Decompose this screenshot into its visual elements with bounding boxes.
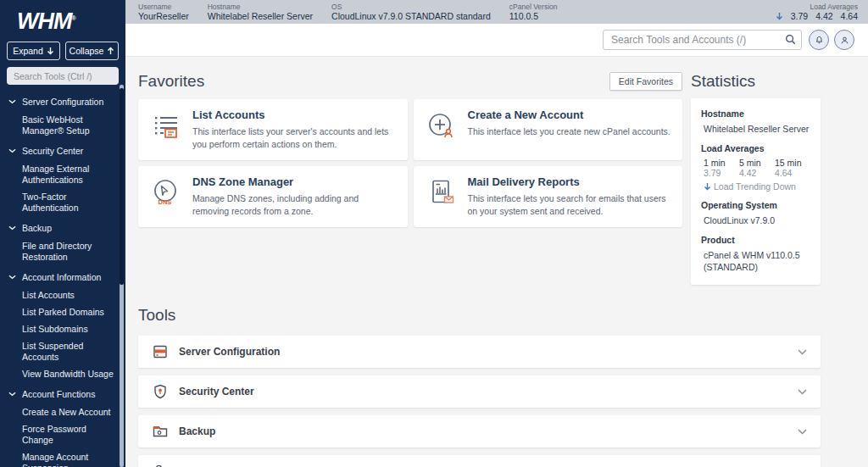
card-title: Create a New Account bbox=[468, 108, 670, 121]
load-trend-down-icon bbox=[704, 182, 711, 191]
sidebar-label: List Suspended Accounts bbox=[22, 341, 83, 362]
sidebar-section-security-center[interactable]: Security Center bbox=[0, 142, 119, 157]
info-cpanel-version: cPanel Version 110.0.5 bbox=[509, 3, 558, 21]
search-icon bbox=[785, 34, 796, 45]
create-account-icon bbox=[426, 110, 456, 141]
sidebar-item-view-bandwidth-usage[interactable]: View Bandwidth Usage bbox=[0, 369, 119, 380]
sidebar-label: Account Information bbox=[22, 272, 101, 282]
notifications-button[interactable] bbox=[809, 30, 829, 50]
sidebar-item-create-a-new-account[interactable]: Create a New Account bbox=[0, 407, 119, 418]
header-bar bbox=[125, 24, 868, 57]
sidebar-item-list-accounts[interactable]: List Accounts bbox=[0, 290, 119, 301]
sidebar-section-account-functions[interactable]: Account Functions bbox=[0, 386, 119, 400]
sidebar-section-server-configuration[interactable]: Server Configuration bbox=[0, 93, 119, 108]
edit-favorites-button[interactable]: Edit Favorites bbox=[609, 72, 682, 91]
tools-title: Tools bbox=[138, 305, 821, 325]
os-value: CloudLinux v7.9.0 bbox=[701, 214, 810, 226]
sidebar-item-force-password-change[interactable]: Force Password Change bbox=[0, 424, 119, 446]
dns-zone-icon: DNS bbox=[150, 177, 181, 208]
sidebar-label: Security Center bbox=[22, 146, 83, 156]
user-icon bbox=[839, 35, 850, 46]
svg-text:DNS: DNS bbox=[159, 198, 172, 206]
card-title: DNS Zone Manager bbox=[192, 175, 396, 188]
load-averages-label: Load Averages bbox=[701, 143, 810, 153]
sidebar-label: View Bandwidth Usage bbox=[22, 369, 114, 379]
card-description: Manage DNS zones, including adding and r… bbox=[192, 192, 396, 218]
card-description: This interface lets you create new cPane… bbox=[468, 125, 670, 138]
tool-row-backup[interactable]: Backup bbox=[138, 415, 821, 448]
collapse-button[interactable]: Collapse bbox=[65, 42, 119, 60]
backup-icon bbox=[152, 423, 169, 440]
tool-row-server-configuration[interactable]: Server Configuration bbox=[138, 336, 821, 368]
server-info-bar: Username YourReseller Hostname Whitelabe… bbox=[125, 0, 868, 24]
expand-button[interactable]: Expand bbox=[7, 42, 60, 60]
sidebar-label: Manage External Authentications bbox=[22, 164, 89, 185]
chevron-down-icon bbox=[8, 148, 16, 153]
sidebar-label: Two-Factor Authentication bbox=[22, 192, 79, 213]
sidebar-item-manage-account-suspension[interactable]: Manage Account Suspension bbox=[0, 452, 119, 467]
sidebar-item-file-and-directory-restoration[interactable]: File and Directory Restoration bbox=[0, 241, 119, 263]
account-menu-button[interactable] bbox=[834, 30, 854, 50]
whm-logo[interactable]: WHM® bbox=[0, 0, 125, 35]
favorite-card-mail-delivery-reports[interactable]: Mail Delivery Reports This interface let… bbox=[414, 166, 683, 227]
product-value: cPanel & WHM v110.0.5 (STANDARD) bbox=[701, 249, 808, 273]
tool-row-security-center[interactable]: Security Center bbox=[138, 375, 821, 408]
sidebar-item-basic-webhost-manager-setup[interactable]: Basic WebHost Manager® Setup bbox=[0, 114, 119, 136]
sidebar-item-two-factor-authentication[interactable]: Two-Factor Authentication bbox=[0, 192, 119, 214]
chevron-down-icon bbox=[798, 429, 807, 435]
info-os: OS CloudLinux v7.9.0 STANDARD standard bbox=[331, 3, 491, 21]
info-username: Username YourReseller bbox=[138, 3, 189, 21]
load-trend-down-icon bbox=[776, 12, 783, 20]
sidebar-label: Server Configuration bbox=[22, 97, 103, 107]
card-description: This interface lists your server's accou… bbox=[192, 125, 396, 151]
security-center-icon bbox=[152, 383, 169, 400]
sidebar-item-manage-external-authentications[interactable]: Manage External Authentications bbox=[0, 164, 119, 186]
favorite-card-create-account[interactable]: Create a New Account This interface lets… bbox=[414, 99, 683, 160]
card-description: This interface lets you search for email… bbox=[468, 192, 671, 218]
arrow-down-icon bbox=[47, 47, 54, 55]
sidebar-label: List Subdomains bbox=[22, 324, 88, 334]
sidebar-section-account-information[interactable]: Account Information bbox=[0, 269, 119, 283]
card-title: Mail Delivery Reports bbox=[468, 175, 671, 188]
chevron-down-icon bbox=[798, 389, 807, 395]
favorite-card-dns-zone-manager[interactable]: DNS DNS Zone Manager Manage DNS zones, i… bbox=[138, 166, 408, 227]
chevron-down-icon bbox=[8, 275, 16, 280]
sidebar-label: File and Directory Restoration bbox=[22, 241, 92, 262]
sidebar-label: Backup bbox=[22, 223, 52, 233]
sidebar-label: List Parked Domains bbox=[22, 307, 104, 317]
sidebar-item-list-subdomains[interactable]: List Subdomains bbox=[0, 324, 119, 335]
chevron-down-icon bbox=[798, 349, 807, 355]
chevron-down-icon bbox=[8, 99, 16, 104]
sidebar-section-backup[interactable]: Backup bbox=[0, 220, 119, 234]
info-hostname: Hostname Whitelabel Reseller Server bbox=[208, 3, 313, 21]
load-averages: Load Averages 3.79 4.42 4.64 bbox=[776, 3, 858, 21]
hostname-value: Whitelabel Reseller Server bbox=[701, 123, 810, 135]
statistics-panel: Hostname Whitelabel Reseller Server Load… bbox=[691, 98, 821, 285]
bell-icon bbox=[814, 35, 825, 46]
sidebar-label: Account Functions bbox=[22, 389, 95, 399]
favorites-title: Favorites bbox=[138, 71, 204, 92]
arrow-up-icon bbox=[107, 47, 114, 55]
global-search-input[interactable] bbox=[603, 30, 802, 50]
statistics-title: Statistics bbox=[691, 71, 821, 92]
hostname-label: Hostname bbox=[701, 108, 810, 119]
sidebar-label: Basic WebHost Manager® Setup bbox=[22, 114, 90, 136]
os-label: Operating System bbox=[701, 200, 810, 210]
sidebar-nav: Server ConfigurationBasic WebHost Manage… bbox=[0, 88, 119, 467]
list-accounts-icon bbox=[150, 110, 181, 141]
sidebar-item-list-suspended-accounts[interactable]: List Suspended Accounts bbox=[0, 341, 119, 363]
load-averages-table: 1 min 5 min 15 min 3.79 4.42 4.64 bbox=[701, 158, 810, 178]
account-info-icon bbox=[152, 463, 169, 467]
product-label: Product bbox=[701, 235, 810, 245]
main-content: Favorites Edit Favorites List Account bbox=[125, 57, 868, 467]
favorite-card-list-accounts[interactable]: List Accounts This interface lists your … bbox=[138, 99, 408, 160]
sidebar: WHM® Expand Collapse Server Configuratio… bbox=[0, 0, 125, 467]
server-config-icon bbox=[152, 343, 169, 360]
sidebar-scrollbar-thumb[interactable] bbox=[120, 88, 124, 285]
mail-reports-icon bbox=[426, 177, 456, 208]
sidebar-label: Create a New Account bbox=[22, 407, 110, 417]
sidebar-search-input[interactable] bbox=[7, 67, 119, 85]
sidebar-label: Manage Account Suspension bbox=[22, 452, 88, 467]
tool-row-account-information[interactable]: Account Information bbox=[138, 455, 821, 467]
sidebar-item-list-parked-domains[interactable]: List Parked Domains bbox=[0, 307, 119, 318]
